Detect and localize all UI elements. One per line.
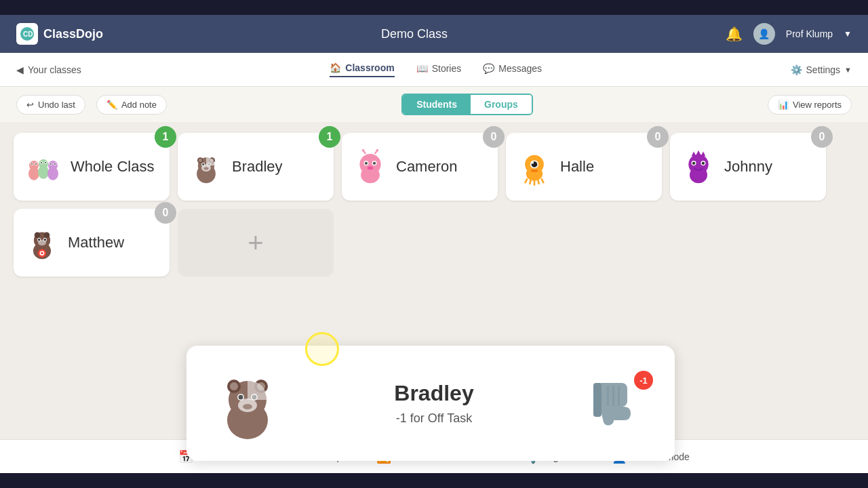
svg-point-71 bbox=[38, 239, 40, 241]
student-card-matthew[interactable]: 0 Matthew bbox=[14, 209, 170, 277]
popup-detail: -1 for Off Task bbox=[281, 411, 587, 426]
svg-point-3 bbox=[29, 161, 39, 170]
svg-point-17 bbox=[50, 163, 52, 165]
svg-point-40 bbox=[368, 166, 374, 169]
svg-line-53 bbox=[538, 180, 539, 184]
nav-stories-label: Stories bbox=[432, 63, 462, 74]
student-card-bradley[interactable]: 1 Bradley bbox=[178, 133, 334, 201]
undo-last-button[interactable]: ↩ Undo last bbox=[16, 95, 85, 115]
svg-point-49 bbox=[532, 161, 534, 163]
toolbar-left: ↩ Undo last ✏️ Add note bbox=[16, 95, 167, 115]
view-toggle: Students Groups bbox=[401, 94, 533, 115]
svg-line-50 bbox=[525, 178, 527, 183]
avatar-bradley bbox=[189, 149, 224, 184]
student-card-cameron[interactable]: 0 Cameron bbox=[342, 133, 498, 201]
svg-text:CD: CD bbox=[23, 30, 33, 38]
svg-point-39 bbox=[373, 162, 376, 165]
svg-point-30 bbox=[199, 159, 202, 162]
popup-badge: -1 bbox=[634, 371, 653, 390]
popup-card: Bradley -1 for Off Task -1 bbox=[186, 346, 675, 461]
view-reports-button[interactable]: 📊 View reports bbox=[768, 95, 852, 115]
svg-point-59 bbox=[692, 162, 695, 165]
cursor-circle bbox=[305, 332, 339, 366]
avatar-johnny bbox=[681, 149, 716, 184]
stories-icon: 📖 bbox=[416, 63, 428, 74]
svg-point-9 bbox=[39, 159, 48, 169]
avatar-cameron bbox=[353, 149, 388, 184]
student-name-cameron: Cameron bbox=[396, 158, 457, 176]
nav-classroom[interactable]: 🏠 Classroom bbox=[330, 62, 394, 77]
svg-rect-93 bbox=[618, 386, 620, 406]
svg-point-15 bbox=[48, 161, 58, 170]
svg-rect-92 bbox=[612, 386, 614, 406]
back-button[interactable]: ◀ Your classes bbox=[16, 64, 81, 75]
svg-line-51 bbox=[530, 180, 531, 184]
svg-marker-64 bbox=[701, 151, 705, 156]
class-name: Demo Class bbox=[381, 27, 448, 41]
messages-icon: 💬 bbox=[483, 63, 494, 74]
badge-bradley: 1 bbox=[319, 126, 340, 148]
svg-point-68 bbox=[44, 232, 50, 238]
groups-toggle[interactable]: Groups bbox=[471, 95, 532, 114]
badge-halle: 0 bbox=[647, 126, 669, 148]
badge-cameron: 0 bbox=[483, 126, 505, 148]
svg-rect-55 bbox=[531, 169, 538, 171]
student-card-johnny[interactable]: 0 Johnny bbox=[670, 133, 826, 201]
svg-point-76 bbox=[41, 252, 43, 254]
add-student-button[interactable]: + bbox=[178, 209, 334, 277]
back-label: Your classes bbox=[28, 64, 81, 75]
svg-point-26 bbox=[202, 163, 204, 165]
svg-point-13 bbox=[45, 162, 46, 163]
student-name-johnny: Johnny bbox=[724, 158, 772, 176]
avatar-matthew bbox=[24, 225, 60, 260]
pencil-icon: ✏️ bbox=[106, 100, 117, 110]
logo-area: CD ClassDojo bbox=[16, 23, 103, 45]
add-icon: + bbox=[248, 228, 263, 258]
student-name-halle: Halle bbox=[560, 158, 594, 176]
back-arrow-icon: ◀ bbox=[16, 64, 24, 75]
popup-student-name: Bradley bbox=[281, 381, 587, 406]
students-toggle[interactable]: Students bbox=[403, 95, 471, 114]
logo-icon: CD bbox=[16, 23, 38, 45]
undo-icon: ↩ bbox=[26, 100, 34, 110]
logo-text: ClassDojo bbox=[43, 27, 103, 41]
popup-info: Bradley -1 for Off Task bbox=[281, 381, 587, 426]
avatar: 👤 bbox=[753, 23, 775, 45]
nav-messages[interactable]: 💬 Messages bbox=[483, 63, 542, 77]
view-reports-label: View reports bbox=[793, 100, 842, 110]
nav-stories[interactable]: 📖 Stories bbox=[416, 63, 462, 77]
svg-point-5 bbox=[31, 163, 33, 165]
svg-point-29 bbox=[204, 167, 209, 169]
user-dropdown-icon[interactable]: ▼ bbox=[844, 29, 852, 39]
settings-label: Settings bbox=[806, 64, 841, 75]
header-right: 🔔 👤 Prof Klump ▼ bbox=[726, 23, 852, 45]
svg-rect-91 bbox=[607, 386, 609, 406]
svg-point-42 bbox=[362, 149, 364, 151]
svg-line-54 bbox=[541, 178, 543, 183]
svg-point-57 bbox=[688, 155, 708, 174]
avatar-halle bbox=[517, 149, 552, 184]
bottom-black-bar bbox=[0, 473, 868, 488]
user-name[interactable]: Prof Klump bbox=[786, 28, 833, 39]
svg-point-19 bbox=[54, 163, 56, 165]
student-card-whole-class[interactable]: 1 Whole Class bbox=[14, 133, 170, 201]
svg-marker-62 bbox=[692, 151, 696, 156]
svg-point-88 bbox=[243, 404, 252, 409]
add-note-button[interactable]: ✏️ Add note bbox=[96, 95, 167, 115]
student-card-halle[interactable]: 0 Halle bbox=[506, 133, 662, 201]
notifications-icon[interactable]: 🔔 bbox=[726, 26, 743, 42]
svg-marker-63 bbox=[696, 150, 701, 155]
badge-whole-class: 1 bbox=[155, 126, 176, 148]
add-note-label: Add note bbox=[121, 100, 157, 110]
svg-point-11 bbox=[41, 162, 42, 163]
badge-matthew: 0 bbox=[155, 202, 176, 224]
svg-point-37 bbox=[365, 162, 368, 165]
nav-center: 🏠 Classroom 📖 Stories 💬 Messages bbox=[330, 62, 542, 77]
settings-button[interactable]: ⚙️ Settings ▼ bbox=[791, 64, 852, 75]
nav-messages-label: Messages bbox=[498, 63, 542, 74]
nav-classroom-label: Classroom bbox=[345, 62, 394, 73]
home-icon: 🏠 bbox=[330, 62, 341, 73]
settings-dropdown-icon: ▼ bbox=[844, 66, 852, 74]
student-name-whole-class: Whole Class bbox=[71, 158, 154, 176]
student-name-matthew: Matthew bbox=[68, 234, 124, 251]
